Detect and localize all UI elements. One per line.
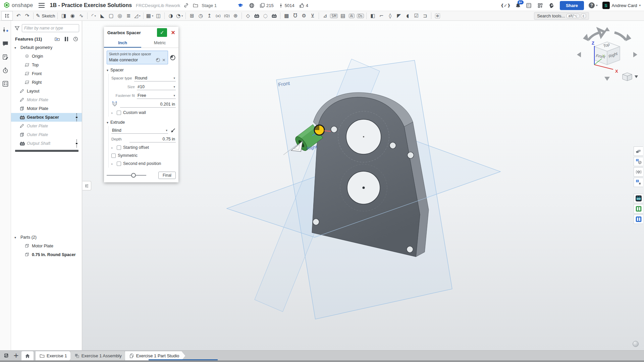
search-tools[interactable]: Search tools... alt/⌥ c <box>534 12 589 20</box>
parts-header-row[interactable]: ▾Parts (2) <box>11 233 82 242</box>
green-library-icon[interactable] <box>634 204 643 214</box>
part-row-motor-plate[interactable]: Motor Plate <box>11 242 82 250</box>
transform-icon[interactable]: ⊞ <box>187 11 196 20</box>
notes-icon[interactable] <box>2 54 9 60</box>
rib-icon[interactable]: ≣ <box>124 11 133 20</box>
symmetric-checkbox[interactable] <box>111 154 116 158</box>
insert-feature-icon[interactable] <box>2 27 9 34</box>
robot-tool-icon[interactable] <box>270 11 278 20</box>
preview-slider[interactable] <box>107 173 146 178</box>
copies-stat[interactable]: 215 <box>260 3 274 8</box>
feature-row-motor-plate[interactable]: Motor Plate <box>11 104 82 113</box>
menu-icon[interactable] <box>39 3 45 8</box>
feature-row-default-geometry[interactable]: ▾Default geometry <box>11 43 82 52</box>
tab-manager-icon[interactable] <box>3 352 11 360</box>
robot-feature-icon[interactable] <box>252 11 261 20</box>
doc-tab-exercise-1[interactable]: Exercise 1 <box>36 351 73 360</box>
mate-connector-icon[interactable]: ⊛ <box>231 11 240 20</box>
chevron-down-icon[interactable]: ▾ <box>14 46 18 50</box>
extrude-section-header[interactable]: ▾ Extrude <box>107 120 176 125</box>
probe-icon[interactable]: ◌ <box>261 11 270 20</box>
pattern-icon[interactable]: ▦▾ <box>145 11 154 20</box>
likes-stat[interactable]: 4 <box>299 3 308 8</box>
share-button[interactable]: Share <box>560 1 584 10</box>
helix-icon[interactable]: ◷ <box>196 11 205 20</box>
doc-tab-exercise-1-assembly[interactable]: Exercise 1 Assembly <box>70 351 128 360</box>
rollback-bar[interactable] <box>15 150 78 152</box>
filter-funnel-icon[interactable] <box>14 25 20 31</box>
bend-icon[interactable]: ⌐ <box>377 11 386 20</box>
edit-check-icon[interactable]: ☑ <box>412 11 421 20</box>
slider-handle[interactable] <box>131 173 136 178</box>
feature-row-right[interactable]: Right <box>11 78 82 87</box>
flip-direction-icon[interactable] <box>170 128 176 133</box>
robot-docs-icon[interactable] <box>634 194 643 203</box>
end-condition-dropdown[interactable]: Blind ▾ <box>111 127 168 134</box>
wrap-icon[interactable]: ⊐ <box>421 11 429 20</box>
filter-tool-icon[interactable]: ⊻ <box>308 11 317 20</box>
feature-row-gearbox-spacer[interactable]: Gearbox Spacer <box>11 113 82 122</box>
versions-icon[interactable]: {✓} <box>501 3 511 8</box>
history-icon[interactable] <box>2 67 9 74</box>
tasks-icon[interactable] <box>526 2 532 9</box>
rollback-handle-icon[interactable] <box>75 139 80 148</box>
custom-wall-checkbox[interactable] <box>117 111 121 115</box>
tab-inch[interactable]: Inch <box>104 38 141 48</box>
feature-list-toggle[interactable] <box>1 11 13 20</box>
design-studio-icon[interactable]: Ds <box>356 11 365 20</box>
checklist-icon[interactable] <box>2 80 9 87</box>
fastener-fit-dropdown[interactable]: Free ▾ <box>137 93 176 99</box>
education-icon[interactable] <box>237 2 244 9</box>
feature-row-top[interactable]: Top <box>11 61 82 69</box>
frame-plus-icon[interactable]: ⊕ <box>433 11 442 20</box>
notifications-bell[interactable]: 9+ <box>515 3 521 8</box>
rollback-clock-icon[interactable] <box>73 36 78 42</box>
split-part-icon[interactable]: ◧ <box>368 11 377 20</box>
second-end-checkbox[interactable] <box>117 162 121 166</box>
belt-tool-icon[interactable]: Ʊ <box>291 11 300 20</box>
feature-row-motor-plate[interactable]: Motor Plate <box>11 96 82 104</box>
configurations-icon[interactable] <box>634 167 643 177</box>
tab-metric[interactable]: Metric <box>141 38 178 48</box>
extrude-icon[interactable]: ◨ <box>59 11 68 20</box>
selected-sketch-point[interactable] <box>363 187 365 189</box>
ai-tool-icon[interactable]: Ai <box>347 11 356 20</box>
starting-offset-row[interactable]: ▸ Starting offset <box>111 143 176 152</box>
sheet-metal-model-icon[interactable]: SM <box>329 11 338 20</box>
revolve-icon[interactable]: ◉ <box>68 11 77 20</box>
new-folder-icon[interactable] <box>54 36 60 42</box>
sweep-icon[interactable]: ∿ <box>77 11 86 20</box>
bore-diameter-icon[interactable] <box>111 101 118 108</box>
clear-selection-icon[interactable]: × <box>162 57 166 62</box>
redo-icon[interactable]: ↷ <box>23 11 32 20</box>
rollback-handle-icon[interactable] <box>75 113 80 122</box>
accept-button[interactable]: ✓ <box>157 28 167 37</box>
mirror-icon[interactable]: ◫ <box>154 11 163 20</box>
import-icon[interactable]: ↥ <box>205 11 214 20</box>
breadcrumb-location[interactable]: Stage 1 <box>202 3 217 8</box>
sheet-metal-icon[interactable]: ⊿ <box>321 11 329 20</box>
sketch-button[interactable]: ✎Sketch <box>35 11 56 20</box>
feature-row-front[interactable]: Front <box>11 69 82 78</box>
variable-icon[interactable]: (x) <box>214 11 222 20</box>
appearance-panel-icon[interactable] <box>634 146 643 156</box>
document-title[interactable]: 1B - Practice Exercise Solutions <box>50 2 132 8</box>
comments-icon[interactable] <box>2 40 9 47</box>
link-icon[interactable] <box>183 2 190 9</box>
view-options-cube[interactable] <box>623 73 638 81</box>
undo-icon[interactable]: ↶ <box>14 11 23 20</box>
usage-stat[interactable]: 5014 <box>278 3 294 8</box>
replace-face-icon[interactable]: ◖ <box>403 11 412 20</box>
feature-row-output-shaft[interactable]: Output Shaft <box>11 139 82 148</box>
mate-connector-toggle-icon[interactable] <box>170 55 176 61</box>
user-menu[interactable]: S Andrew Card ▾ <box>602 2 641 9</box>
delete-face-icon[interactable]: ◊ <box>386 11 394 20</box>
hole-icon[interactable]: ◎ <box>115 11 124 20</box>
draft-icon[interactable]: ◿▾ <box>133 11 142 20</box>
parts-table-icon[interactable] <box>634 157 643 166</box>
feature-table-icon[interactable] <box>634 178 643 187</box>
bore-center-point[interactable] <box>363 136 364 137</box>
feature-row-origin[interactable]: Origin <box>11 52 82 61</box>
chevron-down-icon[interactable]: ▾ <box>14 236 18 239</box>
part-row-0-75-in-round-spacer[interactable]: 0.75 In. Round Spacer <box>11 250 82 259</box>
